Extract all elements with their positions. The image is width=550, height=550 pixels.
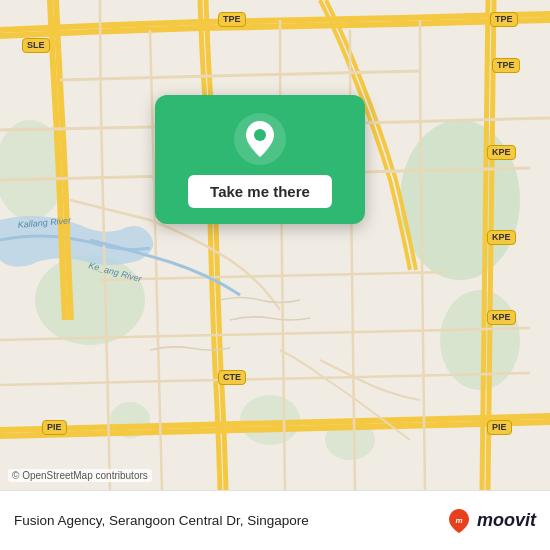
badge-kpe-2: KPE bbox=[487, 230, 516, 245]
badge-kpe-1: KPE bbox=[487, 145, 516, 160]
svg-text:m: m bbox=[455, 516, 462, 525]
badge-cte-2: CTE bbox=[218, 370, 246, 385]
badge-kpe-3: KPE bbox=[487, 310, 516, 325]
badge-sle: SLE bbox=[22, 38, 50, 53]
badge-tpe-1: TPE bbox=[218, 12, 246, 27]
location-text: Fusion Agency, Serangoon Central Dr, Sin… bbox=[14, 512, 445, 530]
badge-tpe-3: TPE bbox=[492, 58, 520, 73]
location-pin-icon bbox=[234, 113, 286, 165]
moovit-pin-icon: m bbox=[445, 507, 473, 535]
location-card: Take me there bbox=[155, 95, 365, 224]
bottom-bar: Fusion Agency, Serangoon Central Dr, Sin… bbox=[0, 490, 550, 550]
osm-copyright: © OpenStreetMap contributors bbox=[8, 469, 152, 482]
badge-pie-1: PIE bbox=[42, 420, 67, 435]
moovit-logo: m moovit bbox=[445, 507, 536, 535]
map-container: Kallang River Ke_ang River SLE TPE TPE T… bbox=[0, 0, 550, 490]
svg-point-11 bbox=[254, 129, 266, 141]
svg-point-1 bbox=[400, 120, 520, 280]
badge-tpe-2: TPE bbox=[490, 12, 518, 27]
take-me-there-button[interactable]: Take me there bbox=[188, 175, 332, 208]
moovit-brand-text: moovit bbox=[477, 510, 536, 531]
badge-pie-2: PIE bbox=[487, 420, 512, 435]
